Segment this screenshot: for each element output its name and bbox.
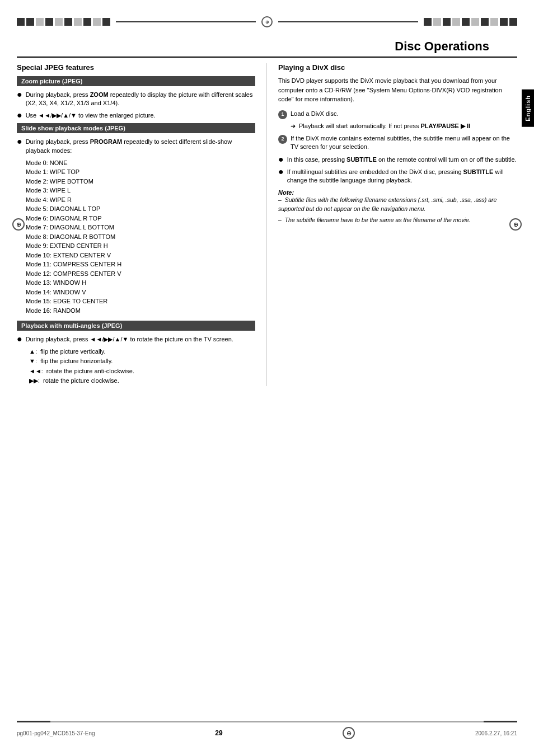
sub-bullet-next: ▶▶: rotate the picture clockwise. — [29, 377, 255, 385]
mode-16: Mode 16: RANDOM — [26, 306, 255, 316]
footer-circle: ⊕ — [343, 727, 355, 739]
step-1-text: Load a DivX disc. — [291, 110, 517, 119]
sub-bullet-prev-arrow: ◄◄: — [29, 367, 43, 375]
sqr2 — [433, 18, 441, 26]
mode-14: Mode 14: WINDOW V — [26, 288, 255, 297]
step-1: 1 Load a DivX disc. — [278, 110, 517, 119]
zoom-bullet-1: ● During playback, press ZOOM repeatedly… — [17, 91, 255, 108]
note-section: Note: – Subtitle files with the followin… — [278, 189, 517, 224]
sq2 — [26, 18, 34, 26]
sub-bullet-down-arrow: ▼: — [29, 357, 37, 365]
mode-4: Mode 4: WIPE R — [26, 195, 255, 205]
sub-bullet-down: ▼: flip the picture horizontally. — [29, 357, 255, 365]
bullet-dot-5: ● — [278, 155, 284, 164]
page-title: Disc Operations — [34, 39, 489, 54]
margin-circle-left: ⊕ — [12, 218, 25, 231]
sq8 — [83, 18, 91, 26]
zoom-bullet-2: ● Use ◄◄/▶▶/▲/▼ to view the enlarged pic… — [17, 111, 255, 120]
header-pattern-left — [17, 18, 110, 26]
sq6 — [64, 18, 72, 26]
sq9 — [93, 18, 101, 26]
header-line-left — [116, 21, 256, 22]
sq1 — [17, 18, 25, 26]
mode-6: Mode 6: DIAGONAL R TOP — [26, 214, 255, 223]
sqr9 — [500, 18, 508, 26]
bullet-dot-6: ● — [278, 167, 284, 185]
playing-divx-title: Playing a DivX disc — [278, 63, 517, 72]
arrow-symbol-1: ➜ — [291, 123, 296, 130]
mode-7: Mode 7: DIAGONAL L BOTTOM — [26, 223, 255, 232]
mode-11: Mode 11: COMPRESS CENTER H — [26, 260, 255, 269]
sq5 — [55, 18, 63, 26]
note-text-2: – The subtitle filename have to be the s… — [278, 216, 517, 225]
bullet-dot-3: ● — [17, 137, 22, 155]
mode-list: Mode 0: NONE Mode 1: WIPE TOP Mode 2: WI… — [26, 158, 255, 316]
mode-10: Mode 10: EXTEND CENTER V — [26, 251, 255, 260]
bullet-dot-2: ● — [17, 111, 22, 120]
subtitle-bullet-1-text: In this case, pressing SUBTITLE on the r… — [287, 156, 517, 164]
header-bar: ⊕ — [0, 0, 534, 34]
divx-intro: This DVD player supports the DivX movie … — [278, 76, 517, 104]
special-jpeg-title: Special JPEG features — [17, 63, 255, 72]
footer-left: pg001-pg042_MCD515-37-Eng — [17, 730, 95, 736]
mode-1: Mode 1: WIPE TOP — [26, 167, 255, 177]
left-column: Special JPEG features Zoom picture (JPEG… — [17, 63, 267, 386]
mode-5: Mode 5: DIAGONAL L TOP — [26, 204, 255, 214]
subtitle-bullet-1: ● In this case, pressing SUBTITLE on the… — [278, 156, 517, 164]
zoom-jpeg-header: Zoom picture (JPEG) — [17, 76, 255, 86]
mode-2: Mode 2: WIPE BOTTOM — [26, 177, 255, 186]
bullet-dot-1: ● — [17, 90, 22, 108]
multi-angles-intro-text: During playback, press ◄◄/▶▶/▲/▼ to rota… — [26, 335, 255, 344]
sub-bullet-list: ▲: flip the picture vertically. ▼: flip … — [29, 348, 255, 386]
note-text-1: – Subtitle files with the following file… — [278, 196, 517, 214]
footer-line-right — [484, 721, 517, 722]
footer: pg001-pg042_MCD515-37-Eng 29 ⊕ 2006.2.27… — [17, 722, 517, 739]
mode-8: Mode 8: DIAGONAL R BOTTOM — [26, 232, 255, 242]
slideshow-bullet-1: ● During playback, press PROGRAM repeate… — [17, 138, 255, 155]
multi-angles-bullet: ● During playback, press ◄◄/▶▶/▲/▼ to ro… — [17, 335, 255, 344]
right-margin-circle-top: ⊕ — [509, 218, 522, 231]
main-content: Special JPEG features Zoom picture (JPEG… — [0, 58, 534, 386]
step-1-number: 1 — [278, 110, 287, 119]
header-pattern-right — [424, 18, 517, 26]
multi-angles-header: Playback with multi-angles (JPEG) — [17, 321, 255, 331]
sub-bullet-up-arrow: ▲: — [29, 348, 37, 356]
header-circle-left: ⊕ — [261, 16, 273, 27]
footer-line-left — [17, 721, 50, 722]
slideshow-intro-text: During playback, press PROGRAM repeatedl… — [26, 138, 255, 155]
right-column: Playing a DivX disc This DVD player supp… — [267, 63, 517, 386]
zoom-bullet-1-text: During playback, press ZOOM repeatedly t… — [26, 91, 255, 108]
step-2-number: 2 — [278, 135, 287, 144]
zoom-bullet-2-text: Use ◄◄/▶▶/▲/▼ to view the enlarged pictu… — [26, 111, 255, 120]
sub-bullet-next-arrow: ▶▶: — [29, 377, 40, 385]
step-2: 2 If the DivX movie contains external su… — [278, 134, 517, 152]
left-margin-circle-top: ⊕ — [12, 218, 25, 231]
footer-center-page: 29 — [215, 729, 222, 737]
sqr6 — [471, 18, 479, 26]
picture-horizontally-text: flip the picture horizontally. — [40, 357, 113, 365]
sq10 — [102, 18, 110, 26]
sub-bullet-prev: ◄◄: rotate the picture anti-clockwise. — [29, 367, 255, 375]
sqr4 — [452, 18, 460, 26]
header-line-right — [278, 21, 418, 22]
sqr3 — [443, 18, 451, 26]
footer-right: 2006.2.27, 16:21 — [475, 730, 517, 736]
picture-vertically-text: flip the picture vertically. — [40, 348, 106, 356]
mode-0: Mode 0: NONE — [26, 158, 255, 168]
step-2-text: If the DivX movie contains external subt… — [291, 134, 517, 152]
slideshow-header: Slide show playback modes (JPEG) — [17, 123, 255, 133]
sq4 — [45, 18, 53, 26]
step-1-arrow: ➜ Playback will start automatically. If … — [291, 123, 517, 130]
sqr8 — [490, 18, 498, 26]
sub-bullet-up: ▲: flip the picture vertically. — [29, 348, 255, 356]
note-label: Note: — [278, 189, 517, 196]
subtitle-bullet-2-text: If multilingual subtitles are embedded o… — [287, 168, 517, 185]
sqr7 — [481, 18, 489, 26]
step-1-arrow-text: Playback will start automatically. If no… — [299, 123, 470, 130]
footer-bar — [17, 721, 517, 722]
sq7 — [74, 18, 82, 26]
mode-12: Mode 12: COMPRESS CENTER V — [26, 269, 255, 279]
english-tab: English — [522, 90, 534, 127]
mode-15: Mode 15: EDGE TO CENTER — [26, 297, 255, 306]
sqr10 — [509, 18, 517, 26]
